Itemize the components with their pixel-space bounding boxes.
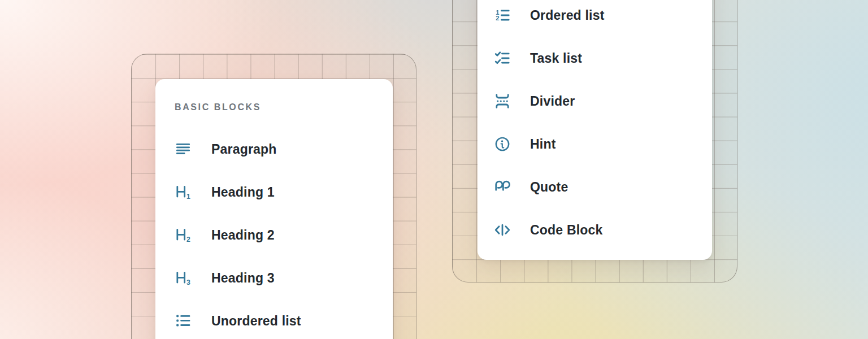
quote-icon bbox=[494, 179, 511, 195]
menu-item-label: Quote bbox=[530, 180, 568, 195]
svg-text:2: 2 bbox=[186, 236, 190, 244]
menu-item-label: Divider bbox=[530, 94, 575, 109]
basic-blocks-menu: BASIC BLOCKS Paragraph 1 Heading 1 2 Hea… bbox=[155, 79, 393, 339]
menu-item-heading-2[interactable]: 2 Heading 2 bbox=[155, 214, 393, 257]
menu-item-label: Hint bbox=[530, 137, 556, 152]
menu-item-task-list[interactable]: Task list bbox=[478, 37, 712, 80]
menu-item-label: Heading 3 bbox=[211, 271, 275, 286]
menu-item-label: Unordered list bbox=[211, 314, 301, 329]
paragraph-icon bbox=[175, 141, 192, 158]
menu-item-heading-1[interactable]: 1 Heading 1 bbox=[155, 171, 393, 214]
menu-list-basic-blocks: Paragraph 1 Heading 1 2 Heading 2 3 Head… bbox=[155, 128, 393, 339]
menu-item-quote[interactable]: Quote bbox=[478, 166, 712, 208]
svg-text:3: 3 bbox=[186, 279, 190, 286]
ordered-list-icon: 12 bbox=[494, 7, 511, 24]
section-label: BASIC BLOCKS bbox=[175, 102, 393, 112]
hint-icon bbox=[494, 136, 511, 153]
menu-item-label: Heading 1 bbox=[211, 185, 275, 200]
menu-item-label: Code Block bbox=[530, 223, 603, 238]
menu-item-heading-3[interactable]: 3 Heading 3 bbox=[155, 257, 393, 299]
menu-item-label: Ordered list bbox=[530, 8, 605, 23]
menu-item-hint[interactable]: Hint bbox=[478, 123, 712, 166]
unordered-list-icon bbox=[175, 312, 192, 329]
task-list-icon bbox=[494, 50, 511, 67]
heading-1-icon: 1 bbox=[175, 184, 192, 201]
divider-icon bbox=[494, 93, 511, 110]
menu-list-more-blocks: 12 Ordered list Task list Divider Hint Q… bbox=[478, 0, 712, 251]
menu-item-ordered-list[interactable]: 12 Ordered list bbox=[478, 0, 712, 37]
menu-item-label: Paragraph bbox=[211, 142, 277, 157]
menu-item-divider[interactable]: Divider bbox=[478, 80, 712, 123]
menu-item-label: Heading 2 bbox=[211, 228, 275, 243]
hero-background: BASIC BLOCKS Paragraph 1 Heading 1 2 Hea… bbox=[0, 0, 868, 339]
code-block-icon bbox=[494, 221, 511, 238]
menu-item-paragraph[interactable]: Paragraph bbox=[155, 128, 393, 171]
menu-item-label: Task list bbox=[530, 51, 582, 66]
menu-item-unordered-list[interactable]: Unordered list bbox=[155, 299, 393, 339]
svg-text:2: 2 bbox=[496, 15, 499, 21]
blocks-menu-continued: 12 Ordered list Task list Divider Hint Q… bbox=[478, 0, 712, 260]
heading-3-icon: 3 bbox=[175, 270, 192, 286]
heading-2-icon: 2 bbox=[175, 227, 192, 244]
menu-item-code-block[interactable]: Code Block bbox=[478, 208, 712, 251]
svg-text:1: 1 bbox=[186, 193, 190, 201]
